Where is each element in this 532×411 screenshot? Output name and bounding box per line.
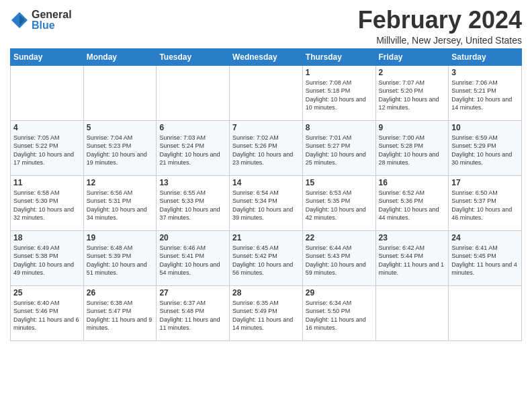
day-info: Sunrise: 7:07 AMSunset: 5:20 PMDaylight:… bbox=[379, 79, 439, 111]
col-header-saturday: Saturday bbox=[449, 48, 522, 65]
day-info: Sunrise: 7:01 AMSunset: 5:27 PMDaylight:… bbox=[306, 134, 366, 167]
day-number: 15 bbox=[306, 178, 373, 187]
day-number: 6 bbox=[159, 123, 226, 132]
logo-icon bbox=[10, 11, 29, 30]
day-cell bbox=[375, 285, 449, 340]
day-number: 26 bbox=[87, 288, 154, 298]
day-cell bbox=[230, 65, 303, 120]
day-number: 29 bbox=[306, 288, 373, 298]
day-info: Sunrise: 6:55 AMSunset: 5:33 PMDaylight:… bbox=[159, 189, 220, 222]
day-cell: 22Sunrise: 6:44 AMSunset: 5:43 PMDayligh… bbox=[302, 230, 375, 285]
day-info: Sunrise: 6:59 AMSunset: 5:29 PMDaylight:… bbox=[451, 134, 512, 167]
day-info: Sunrise: 6:44 AMSunset: 5:43 PMDaylight:… bbox=[306, 244, 366, 277]
day-cell: 17Sunrise: 6:50 AMSunset: 5:37 PMDayligh… bbox=[449, 175, 522, 230]
day-cell: 23Sunrise: 6:42 AMSunset: 5:44 PMDayligh… bbox=[375, 230, 449, 285]
day-info: Sunrise: 7:03 AMSunset: 5:24 PMDaylight:… bbox=[159, 134, 220, 167]
day-info: Sunrise: 6:41 AMSunset: 5:45 PMDaylight:… bbox=[451, 244, 517, 277]
calendar-subtitle: Millville, New Jersey, United States bbox=[358, 35, 522, 46]
day-info: Sunrise: 6:50 AMSunset: 5:37 PMDaylight:… bbox=[451, 189, 512, 222]
day-cell bbox=[157, 65, 230, 120]
header-row: SundayMondayTuesdayWednesdayThursdayFrid… bbox=[11, 48, 522, 65]
day-cell: 20Sunrise: 6:46 AMSunset: 5:41 PMDayligh… bbox=[157, 230, 230, 285]
day-cell bbox=[449, 285, 522, 340]
day-number: 23 bbox=[379, 233, 446, 242]
logo-general-text: General bbox=[32, 9, 72, 20]
day-cell: 14Sunrise: 6:54 AMSunset: 5:34 PMDayligh… bbox=[230, 175, 303, 230]
col-header-wednesday: Wednesday bbox=[230, 48, 303, 65]
day-cell: 4Sunrise: 7:05 AMSunset: 5:22 PMDaylight… bbox=[11, 120, 84, 175]
day-number: 8 bbox=[306, 123, 373, 132]
day-number: 14 bbox=[232, 178, 300, 187]
day-number: 27 bbox=[159, 288, 226, 298]
title-block: February 2024 Millville, New Jersey, Uni… bbox=[358, 7, 522, 46]
week-row-3: 11Sunrise: 6:58 AMSunset: 5:30 PMDayligh… bbox=[11, 175, 522, 230]
day-info: Sunrise: 7:04 AMSunset: 5:23 PMDaylight:… bbox=[87, 134, 147, 167]
day-number: 17 bbox=[451, 178, 519, 187]
day-info: Sunrise: 7:08 AMSunset: 5:18 PMDaylight:… bbox=[306, 79, 366, 111]
col-header-thursday: Thursday bbox=[302, 48, 375, 65]
col-header-tuesday: Tuesday bbox=[157, 48, 230, 65]
week-row-5: 25Sunrise: 6:40 AMSunset: 5:46 PMDayligh… bbox=[11, 285, 522, 340]
day-info: Sunrise: 6:45 AMSunset: 5:42 PMDaylight:… bbox=[232, 244, 293, 277]
day-number: 10 bbox=[451, 123, 519, 132]
day-cell: 11Sunrise: 6:58 AMSunset: 5:30 PMDayligh… bbox=[11, 175, 84, 230]
day-number: 13 bbox=[159, 178, 226, 187]
day-info: Sunrise: 6:48 AMSunset: 5:39 PMDaylight:… bbox=[87, 244, 147, 277]
logo-blue-text: Blue bbox=[32, 20, 72, 31]
day-number: 5 bbox=[87, 123, 154, 132]
day-number: 22 bbox=[306, 233, 373, 242]
calendar-table: SundayMondayTuesdayWednesdayThursdayFrid… bbox=[10, 48, 522, 341]
day-cell: 1Sunrise: 7:08 AMSunset: 5:18 PMDaylight… bbox=[302, 65, 375, 120]
day-cell bbox=[83, 65, 157, 120]
day-number: 21 bbox=[232, 233, 300, 242]
day-info: Sunrise: 6:38 AMSunset: 5:47 PMDaylight:… bbox=[87, 300, 152, 332]
day-cell: 21Sunrise: 6:45 AMSunset: 5:42 PMDayligh… bbox=[230, 230, 303, 285]
day-cell: 27Sunrise: 6:37 AMSunset: 5:48 PMDayligh… bbox=[157, 285, 230, 340]
day-cell: 18Sunrise: 6:49 AMSunset: 5:38 PMDayligh… bbox=[11, 230, 84, 285]
day-cell: 9Sunrise: 7:00 AMSunset: 5:28 PMDaylight… bbox=[375, 120, 449, 175]
header: General Blue February 2024 Millville, Ne… bbox=[10, 7, 522, 46]
day-info: Sunrise: 6:53 AMSunset: 5:35 PMDaylight:… bbox=[306, 189, 366, 222]
day-number: 19 bbox=[87, 233, 154, 242]
day-number: 3 bbox=[451, 68, 519, 77]
day-cell: 7Sunrise: 7:02 AMSunset: 5:26 PMDaylight… bbox=[230, 120, 303, 175]
day-cell: 6Sunrise: 7:03 AMSunset: 5:24 PMDaylight… bbox=[157, 120, 230, 175]
day-cell: 13Sunrise: 6:55 AMSunset: 5:33 PMDayligh… bbox=[157, 175, 230, 230]
day-info: Sunrise: 6:46 AMSunset: 5:41 PMDaylight:… bbox=[159, 244, 220, 277]
day-info: Sunrise: 6:40 AMSunset: 5:46 PMDaylight:… bbox=[13, 300, 79, 332]
day-cell: 25Sunrise: 6:40 AMSunset: 5:46 PMDayligh… bbox=[11, 285, 84, 340]
week-row-1: 1Sunrise: 7:08 AMSunset: 5:18 PMDaylight… bbox=[11, 65, 522, 120]
day-cell: 28Sunrise: 6:35 AMSunset: 5:49 PMDayligh… bbox=[230, 285, 303, 340]
day-number: 18 bbox=[13, 233, 81, 242]
day-info: Sunrise: 6:49 AMSunset: 5:38 PMDaylight:… bbox=[13, 244, 74, 277]
day-info: Sunrise: 6:58 AMSunset: 5:30 PMDaylight:… bbox=[13, 189, 74, 222]
day-cell bbox=[11, 65, 84, 120]
week-row-4: 18Sunrise: 6:49 AMSunset: 5:38 PMDayligh… bbox=[11, 230, 522, 285]
day-cell: 10Sunrise: 6:59 AMSunset: 5:29 PMDayligh… bbox=[449, 120, 522, 175]
day-cell: 12Sunrise: 6:56 AMSunset: 5:31 PMDayligh… bbox=[83, 175, 157, 230]
day-number: 12 bbox=[87, 178, 154, 187]
day-cell: 19Sunrise: 6:48 AMSunset: 5:39 PMDayligh… bbox=[83, 230, 157, 285]
day-info: Sunrise: 6:54 AMSunset: 5:34 PMDaylight:… bbox=[232, 189, 293, 222]
logo: General Blue bbox=[10, 9, 72, 31]
day-cell: 15Sunrise: 6:53 AMSunset: 5:35 PMDayligh… bbox=[302, 175, 375, 230]
day-number: 1 bbox=[306, 68, 373, 77]
col-header-monday: Monday bbox=[83, 48, 157, 65]
day-cell: 2Sunrise: 7:07 AMSunset: 5:20 PMDaylight… bbox=[375, 65, 449, 120]
week-row-2: 4Sunrise: 7:05 AMSunset: 5:22 PMDaylight… bbox=[11, 120, 522, 175]
day-info: Sunrise: 6:56 AMSunset: 5:31 PMDaylight:… bbox=[87, 189, 147, 222]
day-info: Sunrise: 7:05 AMSunset: 5:22 PMDaylight:… bbox=[13, 134, 74, 167]
day-number: 4 bbox=[13, 123, 81, 132]
day-number: 9 bbox=[379, 123, 446, 132]
calendar-title: February 2024 bbox=[358, 7, 522, 34]
day-number: 28 bbox=[232, 288, 300, 298]
day-cell: 16Sunrise: 6:52 AMSunset: 5:36 PMDayligh… bbox=[375, 175, 449, 230]
day-number: 7 bbox=[232, 123, 300, 132]
day-cell: 5Sunrise: 7:04 AMSunset: 5:23 PMDaylight… bbox=[83, 120, 157, 175]
day-number: 24 bbox=[451, 233, 519, 242]
col-header-friday: Friday bbox=[375, 48, 449, 65]
day-info: Sunrise: 6:35 AMSunset: 5:49 PMDaylight:… bbox=[232, 300, 293, 332]
day-cell: 29Sunrise: 6:34 AMSunset: 5:50 PMDayligh… bbox=[302, 285, 375, 340]
day-cell: 24Sunrise: 6:41 AMSunset: 5:45 PMDayligh… bbox=[449, 230, 522, 285]
day-number: 25 bbox=[13, 288, 81, 298]
